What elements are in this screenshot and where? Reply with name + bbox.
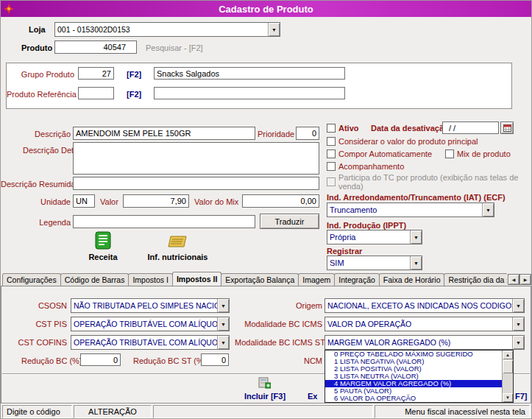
tab-exportacao-balanca[interactable]: Exportação Balança xyxy=(221,273,299,286)
produto-code-input[interactable] xyxy=(54,41,137,54)
legenda-input[interactable] xyxy=(73,215,255,228)
reducao-bc-st-label: Redução BC ST (%) xyxy=(133,356,206,365)
produto-referencia-name-input[interactable] xyxy=(154,87,345,99)
produto-label: Produto xyxy=(21,43,52,52)
valor-input[interactable] xyxy=(123,194,189,208)
app-icon xyxy=(4,4,14,14)
origem-value: NACIONAL, EXCETO AS INDICADAS NOS CODIGO… xyxy=(325,299,512,312)
csosn-select[interactable]: NÃO TRIBUTADA PELO SIMPLES NACIONAL ▼ xyxy=(71,298,230,313)
cst-pis-value: OPERAÇÃO TRIBUTÁVEL COM ALÍQUOTA BÁSICA xyxy=(71,317,217,331)
cst-pis-select[interactable]: OPERAÇÃO TRIBUTÁVEL COM ALÍQUOTA BÁSICA … xyxy=(71,317,230,331)
loja-label: Loja xyxy=(29,25,46,34)
chevron-down-icon[interactable]: ▼ xyxy=(410,230,422,244)
tab-restricao-dia-da-semana[interactable]: Restrição dia da semana xyxy=(444,273,507,286)
tab-impostos-2[interactable]: Impostos II xyxy=(172,272,221,286)
tab-impostos-1[interactable]: Impostos I xyxy=(128,273,172,286)
produto-referencia-code-input[interactable] xyxy=(78,87,114,99)
scroll-down-icon[interactable]: ▼ xyxy=(503,393,513,402)
tab-scroll-right-icon[interactable]: ▶ xyxy=(519,274,531,285)
chevron-down-icon[interactable]: ▼ xyxy=(217,336,229,349)
legenda-label: Legenda xyxy=(38,218,71,227)
dropdown-option-3[interactable]: 3 LISTA NEUTRA (VALOR) xyxy=(325,373,502,380)
tab-integracao[interactable]: Integração xyxy=(334,273,380,286)
origem-select[interactable]: NACIONAL, EXCETO AS INDICADAS NOS CODIGO… xyxy=(324,298,525,313)
reducao-bc-st-input[interactable] xyxy=(201,353,229,366)
cadastro-de-produto-window: Cadastro de Produto Loja 001 - 0153002D0… xyxy=(0,0,532,419)
iat-value: Truncamento xyxy=(327,203,482,216)
dropdown-option-0[interactable]: 0 PREÇO TABELADO MÁXIMO SUGERIDO xyxy=(325,351,502,358)
excluir-button-partial[interactable]: Ex xyxy=(308,392,317,401)
reducao-bc-label: Redução BC (%) xyxy=(21,356,82,365)
registrar-select[interactable]: SIM ▼ xyxy=(327,256,422,270)
tab-configuracoes[interactable]: Configurações xyxy=(2,273,61,286)
descricao-label: Descrição xyxy=(23,130,71,138)
chevron-down-icon[interactable]: ▼ xyxy=(482,203,494,216)
receita-label: Receita xyxy=(80,253,126,261)
tab-strip: Configurações Código de Barras Impostos … xyxy=(1,271,507,286)
chevron-down-icon[interactable]: ▼ xyxy=(217,317,229,331)
incluir-button[interactable]: Incluir [F3] xyxy=(238,392,291,401)
status-fiscal-message: Menu fiscal inacessível nesta tela xyxy=(375,405,530,418)
status-empty xyxy=(153,405,373,418)
registrar-label: Registrar xyxy=(327,247,362,256)
modalidade-bc-icms-st-select[interactable]: MARGEM VALOR AGREGADO (%) ▼ xyxy=(324,335,525,350)
pesquisar-hint: Pesquisar - [F2] xyxy=(146,43,203,52)
loja-select[interactable]: 001 - 0153002D0153 ▼ xyxy=(54,22,280,37)
ativo-checkbox[interactable] xyxy=(327,124,336,133)
scroll-up-icon[interactable]: ▲ xyxy=(503,351,513,359)
grupo-produto-code-input[interactable] xyxy=(78,67,114,80)
f7-button-partial[interactable]: F7] xyxy=(515,392,528,401)
iat-label: Ind. Arredondamento/Truncamento (IAT) (E… xyxy=(327,193,506,202)
incluir-icon[interactable] xyxy=(258,376,271,389)
tab-scroll-left-icon[interactable]: ◀ xyxy=(508,274,519,285)
chevron-down-icon[interactable]: ▼ xyxy=(217,299,229,312)
tab-codigo-de-barras[interactable]: Código de Barras xyxy=(60,273,130,286)
nutrition-info-icon[interactable] xyxy=(167,235,188,248)
tab-faixa-de-horario[interactable]: Faixa de Horário xyxy=(379,273,445,286)
valor-mix-input[interactable] xyxy=(242,194,319,208)
dropdown-option-4-selected[interactable]: 4 MARGEM VALOR AGREGADO (%) xyxy=(325,380,502,387)
chevron-down-icon[interactable]: ▼ xyxy=(512,317,524,331)
unidade-input[interactable] xyxy=(73,194,95,208)
chevron-down-icon[interactable]: ▼ xyxy=(268,23,280,36)
considerar-checkbox[interactable] xyxy=(327,137,336,146)
acompanhamento-checkbox[interactable] xyxy=(327,162,336,171)
data-desativacao-input[interactable] xyxy=(442,122,499,134)
ippt-value: Própria xyxy=(327,230,410,244)
ippt-select[interactable]: Própria ▼ xyxy=(327,230,422,244)
dropdown-option-1[interactable]: 1 LISTA NEGATIVA (VALOR) xyxy=(325,358,502,365)
grupo-produto-name-input[interactable] xyxy=(154,67,345,80)
calendar-button[interactable] xyxy=(500,122,514,134)
scrollbar-thumb[interactable] xyxy=(503,360,513,373)
mix-produto-checkbox[interactable] xyxy=(445,149,454,158)
receita-icon[interactable] xyxy=(95,231,111,250)
chevron-down-icon[interactable]: ▼ xyxy=(512,299,524,312)
descricao-detalhada-textarea[interactable] xyxy=(73,142,319,175)
tab-imagem[interactable]: Imagem xyxy=(298,273,335,286)
reducao-bc-input[interactable] xyxy=(80,353,121,366)
descricao-resumida-input[interactable] xyxy=(73,177,319,190)
prioridade-input[interactable] xyxy=(296,127,319,140)
dropdown-scrollbar[interactable]: ▲ ▼ xyxy=(502,351,513,402)
participa-tc-label: Participa do TC por produto (exibição na… xyxy=(338,173,524,191)
iat-select[interactable]: Truncamento ▼ xyxy=(327,203,494,217)
grupo-produto-label: Grupo Produto xyxy=(13,70,74,79)
grupo-produto-groupbox: Grupo Produto [F2] Produto Referência [F… xyxy=(6,63,512,109)
origem-label: Origem xyxy=(280,301,322,310)
descricao-input[interactable] xyxy=(73,127,255,140)
dropdown-option-2[interactable]: 2 LISTA POSITIVA (VALOR) xyxy=(325,365,502,373)
compor-checkbox[interactable] xyxy=(327,149,336,158)
csosn-value: NÃO TRIBUTADA PELO SIMPLES NACIONAL xyxy=(71,299,217,312)
prioridade-label: Prioridade xyxy=(258,130,294,138)
dropdown-option-6[interactable]: 6 VALOR DA OPERAÇÃO xyxy=(325,395,502,402)
ippt-label: Ind. Produção (IPPT) xyxy=(327,221,406,230)
descricao-resumida-label: Descrição Resumida xyxy=(1,180,71,189)
ref-f2-label: [F2] xyxy=(127,90,141,99)
cst-cofins-select[interactable]: OPERAÇÃO TRIBUTÁVEL COM ALÍQUOTA BÁSICA … xyxy=(71,335,230,350)
status-bar: Digite o código ALTERAÇÃO Menu fiscal in… xyxy=(1,404,531,419)
modalidade-bc-icms-select[interactable]: VALOR DA OPERAÇÃO ▼ xyxy=(324,317,525,331)
traduzir-button[interactable]: Traduzir xyxy=(260,214,319,229)
chevron-down-icon[interactable]: ▼ xyxy=(410,256,422,270)
dropdown-option-5[interactable]: 5 PAUTA (VALOR) xyxy=(325,387,502,395)
chevron-down-icon[interactable]: ▼ xyxy=(512,336,524,349)
